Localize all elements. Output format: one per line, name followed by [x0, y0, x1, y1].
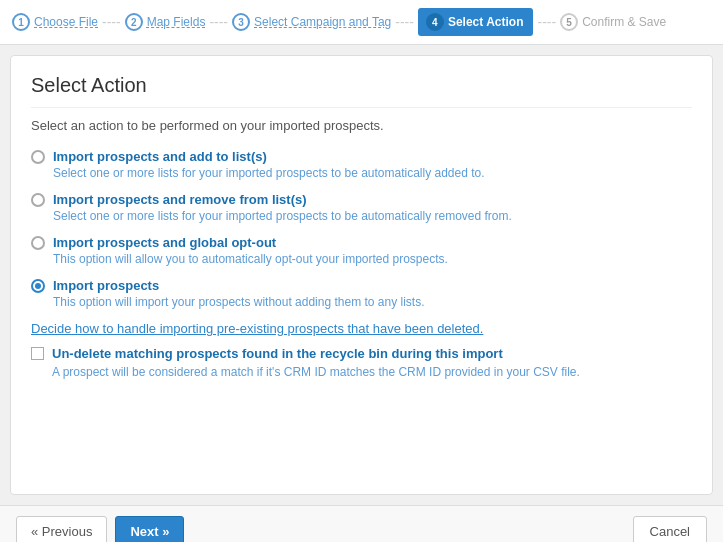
option4-desc: This option will import your prospects w… [53, 295, 692, 309]
option-import-prospects: Import prospects This option will import… [31, 278, 692, 309]
cancel-button[interactable]: Cancel [633, 516, 707, 542]
wizard-steps: 1 Choose File ---- 2 Map Fields ---- 3 S… [0, 0, 723, 45]
option1-desc: Select one or more lists for your import… [53, 166, 692, 180]
footer: « Previous Next » Cancel [0, 505, 723, 542]
prev-button[interactable]: « Previous [16, 516, 107, 542]
step2-label[interactable]: Map Fields [147, 15, 206, 29]
checkbox-undelete-box[interactable] [31, 347, 44, 360]
step4-num: 4 [426, 13, 444, 31]
radio-add-to-list[interactable] [31, 150, 45, 164]
next-button[interactable]: Next » [115, 516, 184, 542]
step1-num: 1 [12, 13, 30, 31]
step1-label[interactable]: Choose File [34, 15, 98, 29]
option-global-opt-out: Import prospects and global opt-out This… [31, 235, 692, 266]
step5-label: Confirm & Save [582, 15, 666, 29]
step5-num: 5 [560, 13, 578, 31]
step4-label: Select Action [448, 15, 524, 29]
deleted-section: Decide how to handle importing pre-exist… [31, 321, 692, 336]
step-select-action[interactable]: 4 Select Action [418, 8, 534, 36]
option-remove-from-list: Import prospects and remove from list(s)… [31, 192, 692, 223]
option3-label[interactable]: Import prospects and global opt-out [53, 235, 276, 250]
page-title: Select Action [31, 74, 692, 108]
sep2: ---- [209, 14, 228, 30]
main-card: Select Action Select an action to be per… [10, 55, 713, 495]
step-choose-file[interactable]: 1 Choose File [12, 13, 98, 31]
sep1: ---- [102, 14, 121, 30]
sep4: ---- [537, 14, 556, 30]
option3-desc: This option will allow you to automatica… [53, 252, 692, 266]
checkbox-undelete-desc: A prospect will be considered a match if… [52, 365, 692, 379]
radio-remove-from-list[interactable] [31, 193, 45, 207]
intro-text: Select an action to be performed on your… [31, 118, 692, 133]
step3-label[interactable]: Select Campaign and Tag [254, 15, 391, 29]
step2-num: 2 [125, 13, 143, 31]
option1-label[interactable]: Import prospects and add to list(s) [53, 149, 267, 164]
footer-left: « Previous Next » [16, 516, 184, 542]
step-campaign-tag[interactable]: 3 Select Campaign and Tag [232, 13, 391, 31]
option2-desc: Select one or more lists for your import… [53, 209, 692, 223]
option2-label[interactable]: Import prospects and remove from list(s) [53, 192, 307, 207]
radio-import-prospects[interactable] [31, 279, 45, 293]
radio-global-opt-out[interactable] [31, 236, 45, 250]
step3-num: 3 [232, 13, 250, 31]
option-add-to-list: Import prospects and add to list(s) Sele… [31, 149, 692, 180]
deleted-link[interactable]: Decide how to handle importing pre-exist… [31, 321, 483, 336]
sep3: ---- [395, 14, 414, 30]
checkbox-undelete: Un-delete matching prospects found in th… [31, 346, 692, 379]
checkbox-undelete-label[interactable]: Un-delete matching prospects found in th… [52, 346, 503, 361]
step-confirm-save: 5 Confirm & Save [560, 13, 666, 31]
option4-label[interactable]: Import prospects [53, 278, 159, 293]
step-map-fields[interactable]: 2 Map Fields [125, 13, 206, 31]
options-section: Import prospects and add to list(s) Sele… [31, 149, 692, 476]
